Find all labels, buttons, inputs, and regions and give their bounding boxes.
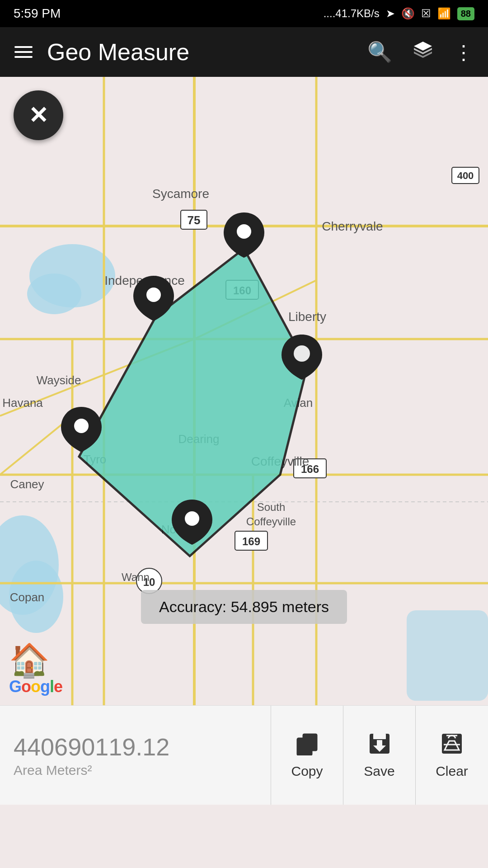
svg-text:Havana: Havana <box>2 396 43 410</box>
svg-text:Cherryvale: Cherryvale <box>322 219 383 233</box>
svg-point-56 <box>294 345 310 362</box>
app-title: Geo Measure <box>47 38 353 66</box>
copy-icon <box>296 732 319 759</box>
google-logo: G o o g l e <box>9 677 62 696</box>
svg-point-54 <box>146 288 161 302</box>
location-icon: ➤ <box>386 7 395 20</box>
layers-icon[interactable] <box>409 36 436 68</box>
clear-button[interactable]: Clear <box>416 706 488 805</box>
navbar-actions: 🔍 ⋮ <box>364 36 477 68</box>
copy-label: Copy <box>291 764 323 779</box>
svg-text:Wann: Wann <box>122 571 150 583</box>
status-time: 5:59 PM <box>14 6 61 21</box>
measurement-section: 440690119.12 Area Meters² <box>0 724 271 787</box>
svg-text:75: 75 <box>188 213 201 227</box>
status-bar: 5:59 PM ....41.7KB/s ➤ 🔇 ☒ 📶 88 <box>0 0 488 27</box>
wifi-icon: 📶 <box>437 7 451 20</box>
save-label: Save <box>364 764 394 779</box>
clear-label: Clear <box>436 764 468 779</box>
more-options-icon[interactable]: ⋮ <box>450 37 477 67</box>
svg-point-58 <box>74 419 89 433</box>
svg-text:Liberty: Liberty <box>288 310 326 324</box>
navbar: Geo Measure 🔍 ⋮ <box>0 27 488 77</box>
menu-button[interactable] <box>11 42 36 61</box>
svg-text:Wayside: Wayside <box>37 373 81 387</box>
bottom-bar: 440690119.12 Area Meters² Copy <box>0 705 488 805</box>
close-icon: ✕ <box>28 104 48 127</box>
svg-text:Coffeyville: Coffeyville <box>246 515 296 528</box>
close-button[interactable]: ✕ <box>14 90 63 140</box>
search-icon[interactable]: 🔍 <box>364 37 396 67</box>
measurement-label: Area Meters² <box>14 763 257 778</box>
network-speed: ....41.7KB/s <box>324 7 380 20</box>
svg-rect-8 <box>407 610 488 701</box>
map-container[interactable]: 75 160 166 169 400 10 Sycamore Cherryval… <box>0 77 488 705</box>
svg-point-52 <box>237 224 251 239</box>
accuracy-text: Accuracy: 54.895 meters <box>159 598 329 615</box>
svg-point-5 <box>27 274 81 314</box>
svg-text:169: 169 <box>242 535 260 547</box>
svg-text:Caney: Caney <box>10 477 44 491</box>
copy-button[interactable]: Copy <box>271 706 343 805</box>
svg-text:Sycamore: Sycamore <box>152 187 209 201</box>
svg-text:Copan: Copan <box>10 590 45 604</box>
mute-icon: 🔇 <box>401 7 415 20</box>
battery-indicator: 88 <box>457 7 474 20</box>
svg-text:South: South <box>257 501 286 513</box>
sim-icon: ☒ <box>421 7 431 20</box>
clear-icon <box>440 732 464 759</box>
home-icon: 🏠 <box>9 644 62 676</box>
action-buttons: Copy Save <box>271 706 488 805</box>
save-button[interactable]: Save <box>343 706 416 805</box>
svg-text:400: 400 <box>457 170 474 181</box>
save-icon <box>368 732 391 759</box>
google-home: 🏠 G o o g l e <box>9 644 62 696</box>
status-icons: ....41.7KB/s ➤ 🔇 ☒ 📶 88 <box>324 7 474 20</box>
measurement-value: 440690119.12 <box>14 733 257 761</box>
svg-point-60 <box>185 511 199 526</box>
accuracy-bar: Accuracy: 54.895 meters <box>141 590 347 624</box>
svg-rect-66 <box>373 734 386 739</box>
svg-rect-63 <box>297 738 312 755</box>
